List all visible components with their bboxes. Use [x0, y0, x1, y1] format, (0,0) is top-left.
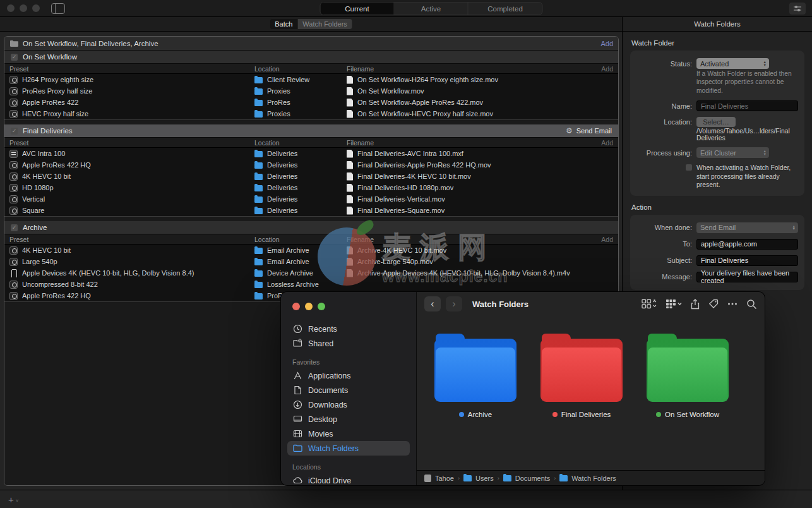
- back-button[interactable]: ‹: [424, 296, 441, 311]
- search-icon[interactable]: [746, 299, 757, 310]
- table-row[interactable]: 4K HEVC 10 bitEmail ArchiveArchive-4K HE…: [4, 245, 618, 256]
- sidebar-item-icloud-drive[interactable]: iCloud Drive: [287, 473, 410, 485]
- forward-button[interactable]: ›: [446, 296, 462, 311]
- tag-icon[interactable]: [708, 299, 719, 309]
- location-path: /Volumes/Tahoe/Us…lders/Final Deliveries: [696, 128, 798, 142]
- table-row[interactable]: 4K HEVC 10 bitDeliveriesFinal Deliveries…: [4, 171, 618, 182]
- setting-preset-icon: [9, 184, 18, 192]
- subject-field[interactable]: Final Deliveries: [696, 255, 798, 266]
- desktop-icon: [292, 414, 302, 424]
- share-icon[interactable]: [691, 299, 700, 310]
- add-batch-button[interactable]: +: [8, 494, 14, 505]
- icon-view-button[interactable]: [642, 299, 657, 309]
- column-add-button[interactable]: Add: [588, 65, 613, 73]
- table-row[interactable]: VerticalDeliveriesFinal Deliveries-Verti…: [4, 193, 618, 205]
- table-row[interactable]: ProRes Proxy half sizeProxiesOn Set Work…: [4, 85, 618, 97]
- sidebar-item-desktop[interactable]: Desktop: [287, 412, 410, 426]
- tab-batch[interactable]: Batch: [270, 19, 297, 29]
- preset-name: Square: [22, 207, 44, 214]
- process-using-label: Process using:: [636, 149, 692, 157]
- sidebar-item-watch-folders[interactable]: Watch Folders: [287, 441, 410, 456]
- process-existing-checkbox[interactable]: [686, 164, 692, 171]
- setting-preset-icon: [9, 246, 18, 255]
- batch-group-header[interactable]: On Set Workflow, Final Deliveries, Archi…: [4, 37, 618, 51]
- column-add-button[interactable]: Add: [588, 139, 613, 147]
- inspector-toggle-button[interactable]: [789, 3, 806, 15]
- section-header[interactable]: ✓On Set Workflow: [4, 51, 618, 64]
- to-field[interactable]: apple@apple.com: [696, 239, 798, 250]
- clock-icon: [292, 324, 302, 334]
- zoom-window-button[interactable]: [32, 4, 40, 12]
- minimize-button[interactable]: [305, 303, 313, 310]
- section-checkbox[interactable]: ✓: [11, 54, 18, 61]
- path-item[interactable]: Watch Folders: [571, 475, 616, 482]
- folder-icon: [254, 174, 263, 180]
- sidebar-item-label: Downloads: [308, 401, 347, 409]
- section-checkbox[interactable]: ✓: [11, 224, 18, 231]
- when-done-dropdown[interactable]: Send Email ▲▼: [696, 222, 798, 233]
- table-row[interactable]: Apple ProRes 422ProResOn Set Workflow-Ap…: [4, 97, 618, 108]
- table-row[interactable]: H264 Proxy eighth sizeClient ReviewOn Se…: [4, 74, 618, 85]
- view-tab-completed[interactable]: Completed: [469, 3, 542, 15]
- sidebar-item-movies[interactable]: Movies: [287, 426, 410, 441]
- close-window-button[interactable]: [7, 4, 15, 12]
- view-tab-active[interactable]: Active: [395, 3, 469, 15]
- process-using-dropdown[interactable]: Edit Cluster ▲▼: [696, 147, 769, 158]
- table-row[interactable]: Apple Devices 4K (HEVC 10-bit, HLG, Dolb…: [4, 267, 618, 279]
- sidebar-item-recents[interactable]: Recents: [287, 322, 410, 336]
- group-by-button[interactable]: [666, 299, 682, 309]
- to-label: To:: [636, 240, 692, 248]
- table-row[interactable]: Uncompressed 8-bit 422Lossless Archive: [4, 279, 618, 290]
- device-preset-icon: [9, 269, 18, 277]
- more-options-icon[interactable]: [727, 302, 737, 306]
- column-add-button[interactable]: Add: [588, 236, 613, 243]
- section-checkbox[interactable]: ✓: [11, 128, 18, 135]
- close-button[interactable]: [292, 303, 300, 310]
- chevron-right-icon: ›: [554, 475, 556, 481]
- minimize-window-button[interactable]: [20, 4, 27, 12]
- table-row[interactable]: SquareDeliveriesFinal Deliveries-Square.…: [4, 205, 618, 216]
- message-field[interactable]: Your delivery files have been created: [696, 272, 798, 282]
- finder-item-archive[interactable]: Archive: [434, 334, 516, 470]
- folder-thumbnail: [434, 334, 516, 402]
- table-row[interactable]: Apple ProRes 422 HQDeliveriesFinal Deliv…: [4, 159, 618, 171]
- tab-watch-folders[interactable]: Watch Folders: [297, 19, 352, 29]
- section-action-button[interactable]: ⚙Send Email: [566, 126, 612, 135]
- path-item[interactable]: Documents: [515, 475, 551, 482]
- path-item[interactable]: Tahoe: [435, 475, 454, 482]
- finder-item-on-set-workflow[interactable]: On Set Workflow: [647, 334, 729, 470]
- filename: Archive-Large 540p.mov: [357, 258, 433, 265]
- path-item[interactable]: Users: [475, 475, 494, 482]
- table-row[interactable]: HD 1080pDeliveriesFinal Deliveries-HD 10…: [4, 182, 618, 193]
- status-dropdown[interactable]: Activated ▲▼: [696, 58, 769, 69]
- action-box: When done: Send Email ▲▼ To: apple@apple…: [630, 215, 804, 290]
- table-row[interactable]: AVC Intra 100DeliveriesFinal Deliveries-…: [4, 148, 618, 159]
- sidebar-item-documents[interactable]: Documents: [287, 383, 410, 397]
- location-select-button[interactable]: Select…: [696, 117, 736, 127]
- sidebar-item-shared[interactable]: Shared: [287, 336, 410, 351]
- table-row[interactable]: HEVC Proxy half sizeProxiesOn Set Workfl…: [4, 108, 618, 119]
- table-row[interactable]: Large 540pEmail ArchiveArchive-Large 540…: [4, 256, 618, 267]
- filename: Final Deliveries-AVC Intra 100.mxf: [357, 150, 463, 157]
- setting-preset-icon: [9, 207, 18, 215]
- folder-name: Archive: [468, 411, 492, 418]
- sidebar-item-label: Applications: [308, 372, 350, 380]
- preset-name: HD 1080p: [22, 184, 54, 191]
- sidebar-item-applications[interactable]: Applications: [287, 368, 410, 383]
- sidebar-item-downloads[interactable]: Downloads: [287, 397, 410, 412]
- preset-name: Vertical: [22, 195, 45, 203]
- setting-preset-icon: [9, 99, 18, 107]
- locations-header: Locations: [292, 463, 410, 471]
- batch-group-title: On Set Workflow, Final Deliveries, Archi…: [23, 40, 596, 47]
- name-field[interactable]: Final Deliveries: [696, 100, 798, 111]
- group-add-button[interactable]: Add: [600, 40, 613, 47]
- sidebar-toggle-icon[interactable]: [51, 3, 65, 14]
- file-icon: [347, 150, 353, 158]
- view-tab-current[interactable]: Current: [321, 3, 395, 15]
- chevron-right-icon: ›: [498, 475, 499, 481]
- finder-item-final-deliveries[interactable]: Final Deliveries: [540, 334, 623, 470]
- tag-dot: [656, 412, 661, 417]
- zoom-button[interactable]: [318, 303, 325, 310]
- section-header[interactable]: ✓Final Deliveries⚙Send Email: [4, 124, 618, 138]
- section-header[interactable]: ✓Archive: [4, 221, 618, 234]
